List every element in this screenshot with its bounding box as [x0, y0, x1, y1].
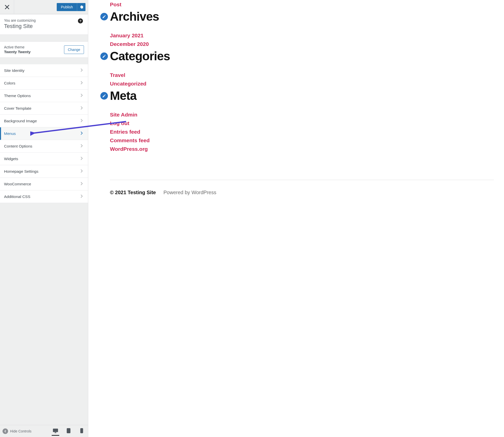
- nav-item-label: Additional CSS: [4, 194, 30, 199]
- nav-item-label: Content Options: [4, 144, 32, 149]
- nav-item-cover-template[interactable]: Cover Template: [0, 102, 88, 115]
- svg-point-4: [81, 432, 82, 433]
- device-mobile-button[interactable]: [78, 426, 85, 436]
- chevron-right-icon: [80, 81, 83, 85]
- publish-group: Publish: [57, 3, 85, 11]
- mobile-icon: [79, 428, 84, 433]
- post-link[interactable]: Post: [100, 2, 504, 8]
- nav-item-label: Menus: [4, 131, 16, 136]
- sidebar-top-bar: Publish: [0, 0, 88, 14]
- publish-settings-button[interactable]: [77, 3, 85, 11]
- widget-link[interactable]: Log out: [110, 120, 504, 126]
- widget-header: Categories: [100, 49, 504, 63]
- widget-link[interactable]: January 2021: [110, 33, 504, 39]
- nav-item-label: Theme Options: [4, 94, 31, 98]
- chevron-right-icon: [80, 68, 83, 73]
- top-actions: Publish: [14, 3, 88, 11]
- close-customizer-button[interactable]: [0, 0, 14, 14]
- site-name: Testing Site: [4, 23, 36, 30]
- widget-archives: ArchivesJanuary 2021December 2020: [100, 10, 504, 47]
- edit-widget-button[interactable]: [100, 13, 108, 20]
- nav-item-site-identity[interactable]: Site Identity: [0, 64, 88, 77]
- hide-controls-label: Hide Controls: [10, 429, 32, 433]
- customizer-sidebar: Publish You are customizing Testing Site…: [0, 0, 88, 437]
- chevron-right-icon: [80, 157, 83, 161]
- svg-rect-0: [53, 429, 58, 432]
- widget-link[interactable]: Entries feed: [110, 129, 504, 135]
- pencil-icon: [102, 94, 106, 98]
- customizer-nav: Site IdentityColorsTheme OptionsCover Te…: [0, 64, 88, 203]
- nav-item-label: Background Image: [4, 119, 37, 123]
- widget-link[interactable]: Travel: [110, 72, 504, 78]
- widget-header: Archives: [100, 10, 504, 23]
- pencil-icon: [102, 15, 106, 19]
- chevron-right-icon: [80, 131, 83, 136]
- sidebar-footer: Hide Controls: [0, 425, 88, 437]
- close-icon: [5, 5, 10, 10]
- device-tablet-button[interactable]: [65, 426, 72, 436]
- footer-copyright: © 2021 Testing Site: [110, 190, 156, 195]
- chevron-right-icon: [80, 106, 83, 111]
- tablet-icon: [66, 428, 71, 433]
- nav-item-label: Site Identity: [4, 68, 24, 73]
- active-theme-label: Active theme: [4, 45, 31, 49]
- edit-widget-button[interactable]: [100, 92, 108, 100]
- spacer: [0, 35, 88, 41]
- nav-item-label: Cover Template: [4, 106, 31, 111]
- help-button[interactable]: ?: [78, 18, 83, 23]
- widget-link[interactable]: Comments feed: [110, 137, 504, 143]
- edit-widget-button[interactable]: [100, 52, 108, 60]
- widget-meta: MetaSite AdminLog outEntries feedComment…: [100, 89, 504, 152]
- device-toggles: [52, 426, 85, 436]
- widget-links: Site AdminLog outEntries feedComments fe…: [100, 112, 504, 152]
- change-theme-button[interactable]: Change: [64, 45, 84, 54]
- widget-header: Meta: [100, 89, 504, 103]
- nav-item-woocommerce[interactable]: WooCommerce: [0, 178, 88, 190]
- device-desktop-button[interactable]: [52, 426, 59, 436]
- nav-item-label: Widgets: [4, 157, 18, 161]
- footer-powered-by[interactable]: Powered by WordPress: [163, 190, 216, 195]
- widget-links: TravelUncategorized: [100, 72, 504, 87]
- widget-title: Meta: [110, 89, 136, 103]
- widget-link[interactable]: Uncategorized: [110, 81, 504, 87]
- gear-icon: [79, 5, 83, 9]
- hide-controls-button[interactable]: Hide Controls: [3, 428, 32, 434]
- customizing-panel: You are customizing Testing Site ?: [0, 14, 88, 35]
- widget-links: January 2021December 2020: [100, 33, 504, 47]
- nav-item-background-image[interactable]: Background Image: [0, 115, 88, 127]
- widget-title: Categories: [110, 49, 170, 63]
- chevron-right-icon: [80, 94, 83, 98]
- active-theme-row: Active theme Twenty Twenty Change: [0, 41, 88, 58]
- publish-button[interactable]: Publish: [57, 3, 77, 11]
- nav-item-widgets[interactable]: Widgets: [0, 153, 88, 165]
- widget-categories: CategoriesTravelUncategorized: [100, 49, 504, 87]
- svg-point-2: [68, 432, 69, 433]
- nav-item-additional-css[interactable]: Additional CSS: [0, 190, 88, 203]
- chevron-right-icon: [80, 182, 83, 186]
- nav-item-content-options[interactable]: Content Options: [0, 140, 88, 153]
- chevron-right-icon: [80, 169, 83, 174]
- nav-item-theme-options[interactable]: Theme Options: [0, 90, 88, 102]
- nav-item-label: WooCommerce: [4, 182, 31, 186]
- hide-controls-icon: [3, 428, 8, 434]
- widget-link[interactable]: Site Admin: [110, 112, 504, 118]
- desktop-icon: [53, 428, 58, 433]
- chevron-right-icon: [80, 144, 83, 149]
- preview-pane: Post ArchivesJanuary 2021December 2020Ca…: [88, 0, 504, 437]
- widget-link[interactable]: WordPress.org: [110, 146, 504, 152]
- nav-item-label: Colors: [4, 81, 15, 85]
- theme-name: Twenty Twenty: [4, 50, 31, 54]
- widgets-area: ArchivesJanuary 2021December 2020Categor…: [100, 10, 504, 152]
- help-icon: ?: [79, 19, 81, 23]
- spacer: [0, 58, 88, 64]
- widget-title: Archives: [110, 10, 159, 23]
- nav-item-label: Homepage Settings: [4, 169, 38, 174]
- nav-item-colors[interactable]: Colors: [0, 77, 88, 90]
- chevron-right-icon: [80, 119, 83, 123]
- pencil-icon: [102, 54, 106, 58]
- sidebar-fill: [0, 203, 88, 425]
- nav-item-menus[interactable]: Menus: [0, 127, 88, 140]
- widget-link[interactable]: December 2020: [110, 41, 504, 47]
- chevron-right-icon: [80, 194, 83, 199]
- nav-item-homepage-settings[interactable]: Homepage Settings: [0, 165, 88, 178]
